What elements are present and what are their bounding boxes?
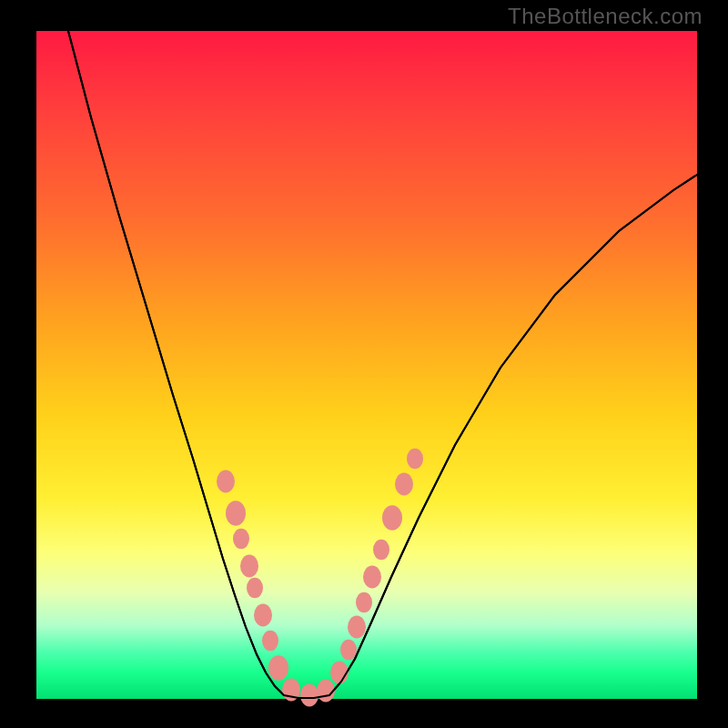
chart-stage: TheBottleneck.com — [0, 0, 728, 728]
gradient-panel — [36, 31, 697, 699]
watermark-text: TheBottleneck.com — [508, 4, 703, 29]
